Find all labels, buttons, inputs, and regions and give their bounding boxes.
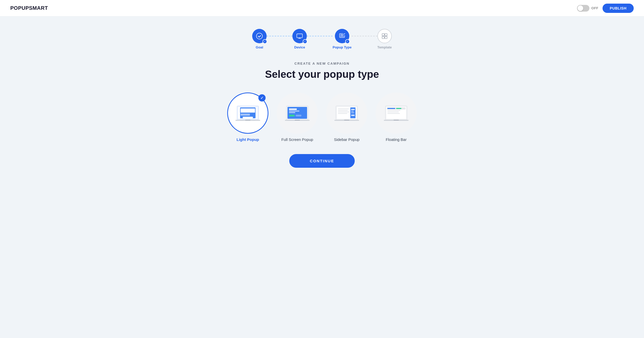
svg-rect-38: [344, 120, 349, 120]
step-device-check: ✓: [303, 39, 307, 44]
svg-rect-23: [296, 115, 301, 116]
popup-type-options: ✓ Light Popup: [227, 92, 417, 142]
option-light-popup-circle: ✓: [227, 92, 268, 134]
svg-rect-6: [385, 33, 387, 36]
selected-badge: ✓: [258, 94, 266, 102]
step-goal: ✓ Goal: [252, 29, 267, 49]
svg-rect-5: [382, 33, 384, 36]
step-template-label: Template: [377, 45, 392, 49]
main-content: ✓ Goal ✓ Device: [0, 16, 644, 183]
svg-rect-45: [387, 108, 395, 109]
step-goal-circle: ✓: [252, 29, 267, 43]
step-goal-label: Goal: [256, 45, 263, 49]
svg-rect-20: [289, 111, 299, 112]
app-logo: POPUPSMART: [10, 5, 48, 11]
svg-rect-42: [387, 112, 399, 112]
step-goal-check: ✓: [262, 39, 267, 44]
progress-stepper: ✓ Goal ✓ Device: [252, 29, 392, 49]
option-full-screen-label: Full Screen Popup: [281, 137, 313, 142]
step-popup-type-label: Popup Type: [333, 45, 351, 49]
connector-1: [267, 36, 292, 36]
svg-rect-36: [351, 115, 355, 116]
svg-rect-8: [385, 36, 387, 39]
step-device-circle: ✓: [292, 29, 307, 43]
step-popup-type: ✓ Popup Type: [333, 29, 351, 49]
svg-rect-16: [245, 120, 250, 120]
svg-rect-35: [351, 112, 354, 113]
option-floating-bar[interactable]: Floating Bar: [376, 92, 417, 142]
svg-rect-7: [382, 36, 384, 39]
svg-rect-41: [387, 110, 400, 111]
continue-button[interactable]: CONTINUE: [289, 154, 355, 168]
toggle-label: OFF: [591, 6, 599, 10]
svg-rect-31: [338, 113, 347, 114]
svg-rect-19: [289, 108, 297, 110]
app-header: POPUPSMART OFF PUBLISH: [0, 0, 644, 16]
step-popup-check: ✓: [345, 39, 350, 44]
svg-rect-13: [241, 114, 250, 116]
page-title: Select your popup type: [265, 69, 379, 80]
option-full-screen[interactable]: Full Screen Popup: [277, 92, 318, 142]
publish-button[interactable]: PUBLISH: [603, 4, 634, 13]
svg-rect-21: [289, 112, 295, 113]
svg-rect-1: [297, 34, 302, 38]
svg-rect-14: [243, 117, 253, 118]
option-sidebar[interactable]: Sidebar Popup: [326, 92, 367, 142]
option-light-popup-label: Light Popup: [236, 137, 259, 142]
svg-rect-30: [338, 112, 349, 112]
toggle-thumb: [578, 5, 583, 11]
publish-toggle[interactable]: OFF: [577, 5, 599, 12]
svg-rect-25: [295, 120, 300, 120]
step-device-label: Device: [294, 45, 305, 49]
svg-rect-34: [351, 111, 354, 112]
option-floating-bar-label: Floating Bar: [386, 137, 407, 142]
svg-rect-22: [289, 115, 295, 116]
svg-rect-29: [338, 110, 348, 111]
option-light-popup[interactable]: ✓ Light Popup: [227, 92, 268, 142]
connector-3: [352, 36, 377, 36]
option-sidebar-circle: [326, 92, 367, 134]
svg-rect-43: [387, 113, 400, 114]
svg-rect-46: [396, 108, 401, 109]
page-subtitle: CREATE A NEW CAMPAIGN: [294, 62, 350, 65]
header-right: OFF PUBLISH: [577, 4, 634, 13]
svg-point-0: [257, 33, 262, 39]
step-popup-type-circle: ✓: [335, 29, 349, 43]
option-floating-bar-circle: [376, 92, 417, 134]
option-sidebar-label: Sidebar Popup: [334, 137, 359, 142]
option-full-screen-circle: [277, 92, 318, 134]
connector-2: [307, 36, 333, 36]
step-device: ✓ Device: [292, 29, 307, 49]
svg-rect-28: [338, 108, 349, 109]
svg-rect-12: [241, 108, 255, 113]
step-template: Template: [377, 29, 392, 49]
step-template-circle: [377, 29, 392, 43]
svg-rect-48: [394, 120, 399, 120]
svg-rect-33: [351, 109, 355, 110]
toggle-track[interactable]: [577, 5, 589, 12]
